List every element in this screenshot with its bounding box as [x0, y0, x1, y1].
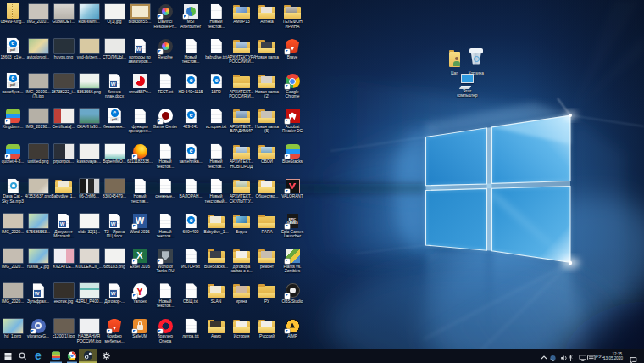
- svg-text:e: e: [35, 349, 42, 362]
